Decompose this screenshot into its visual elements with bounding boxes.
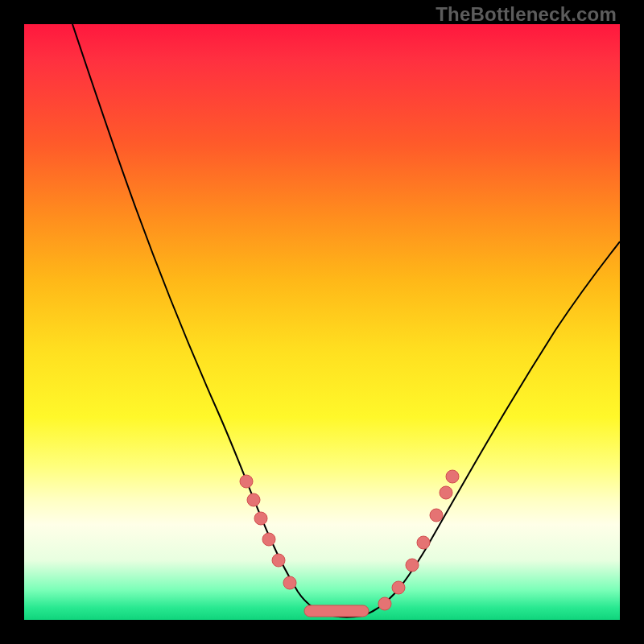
plot-area (24, 24, 620, 620)
left-dot-6 (283, 576, 296, 589)
right-dot-1 (378, 597, 391, 610)
marker-group (240, 470, 459, 617)
right-dot-4 (417, 536, 430, 549)
left-dot-4 (262, 533, 275, 546)
left-dot-1 (240, 475, 253, 488)
left-dot-5 (272, 554, 285, 567)
left-dot-2 (247, 493, 260, 506)
chart-frame: TheBottleneck.com (0, 0, 644, 644)
watermark-text: TheBottleneck.com (436, 3, 617, 26)
bottleneck-curve (72, 24, 620, 617)
left-dot-3 (254, 512, 267, 525)
right-dot-7 (446, 470, 459, 483)
curve-svg (24, 24, 620, 620)
right-dot-5 (430, 509, 443, 522)
valley-bar (304, 605, 369, 617)
right-dot-6 (440, 486, 452, 499)
right-dot-2 (392, 581, 405, 594)
right-dot-3 (406, 559, 419, 572)
